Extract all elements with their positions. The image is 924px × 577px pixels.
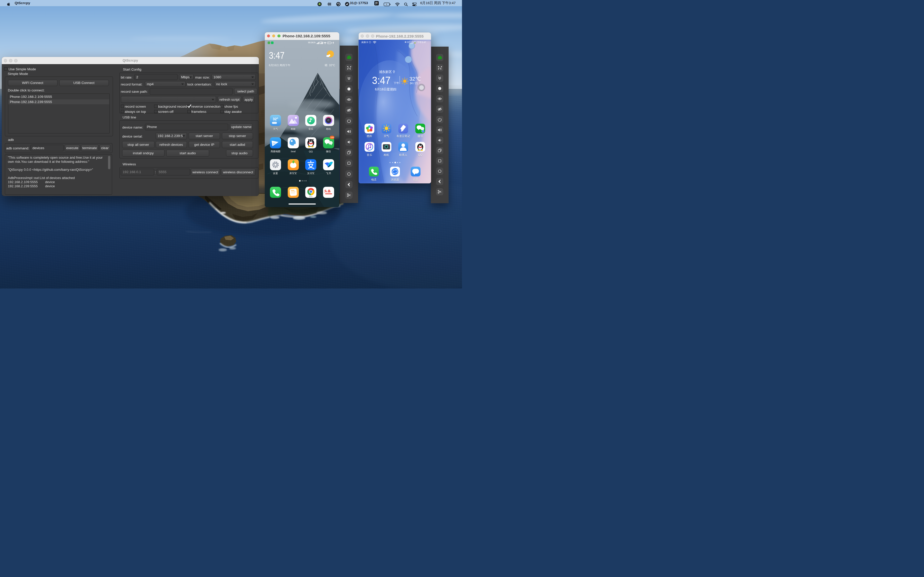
svg-text:5: 5 (328, 42, 330, 44)
